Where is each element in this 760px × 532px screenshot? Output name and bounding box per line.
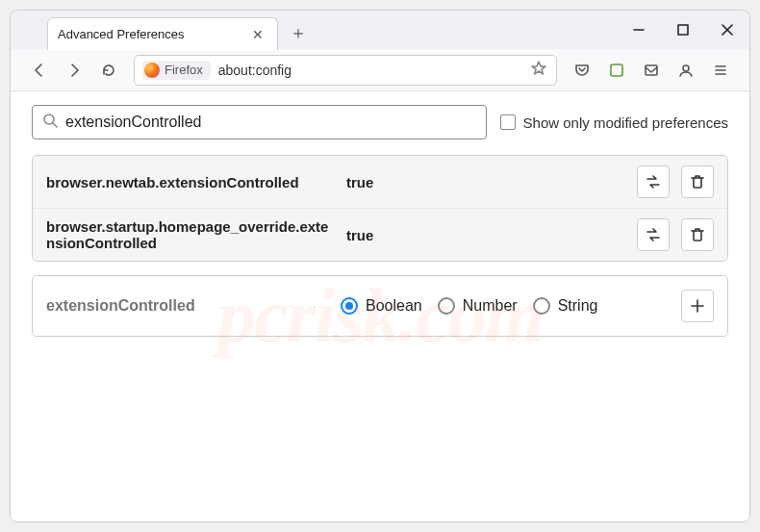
radio-boolean[interactable]: Boolean (341, 297, 422, 315)
account-icon[interactable] (671, 55, 701, 86)
extension-icon[interactable] (601, 55, 632, 86)
forward-button[interactable] (59, 55, 89, 86)
radio-label: Boolean (366, 297, 422, 315)
radio-icon (341, 297, 358, 315)
radio-icon (533, 297, 550, 315)
radio-label: String (558, 297, 598, 315)
delete-button[interactable] (681, 165, 714, 198)
pref-name: browser.startup.homepage_override.extens… (46, 218, 335, 251)
pref-name: browser.newtab.extensionControlled (46, 174, 335, 190)
search-row: Show only modified preferences (32, 105, 728, 139)
pref-value: true (346, 174, 625, 190)
window-controls (617, 11, 749, 49)
add-pref-button[interactable] (681, 290, 714, 322)
svg-rect-1 (678, 25, 688, 35)
show-modified-label: Show only modified preferences (523, 114, 728, 131)
address-bar[interactable]: Firefox about:config (134, 55, 557, 86)
bookmark-star-icon[interactable] (529, 59, 548, 82)
svg-line-12 (53, 123, 57, 127)
back-button[interactable] (24, 55, 55, 86)
pocket-icon[interactable] (567, 55, 597, 86)
svg-point-7 (683, 65, 689, 71)
results-table: browser.newtab.extensionControlled true … (32, 155, 728, 262)
new-pref-row: extensionControlled Boolean Number Strin… (32, 275, 728, 337)
tab-title: Advanced Preferences (58, 27, 248, 41)
result-row: browser.startup.homepage_override.extens… (33, 209, 727, 261)
window-minimize-button[interactable] (617, 11, 661, 49)
inbox-icon[interactable] (636, 55, 667, 86)
firefox-badge: Firefox (142, 61, 211, 80)
search-icon (42, 113, 58, 132)
reload-button[interactable] (93, 55, 124, 86)
window-close-button[interactable] (705, 11, 749, 49)
checkbox-icon (500, 114, 516, 130)
toggle-button[interactable] (637, 165, 670, 198)
delete-button[interactable] (681, 218, 714, 251)
result-row: browser.newtab.extensionControlled true (33, 156, 727, 209)
svg-rect-6 (646, 65, 657, 75)
firefox-icon (144, 63, 160, 78)
search-input[interactable] (65, 114, 476, 131)
firefox-badge-label: Firefox (165, 63, 203, 77)
radio-label: Number (463, 297, 518, 315)
content-area: Show only modified preferences browser.n… (11, 91, 749, 521)
pref-value: true (346, 227, 625, 243)
tab-active[interactable]: Advanced Preferences ✕ (47, 17, 278, 50)
url-text: about:config (218, 63, 521, 78)
tab-strip: Advanced Preferences ✕ ＋ (11, 11, 749, 49)
svg-marker-4 (532, 62, 545, 74)
search-box (32, 105, 487, 139)
radio-string[interactable]: String (533, 297, 598, 315)
radio-number[interactable]: Number (438, 297, 518, 315)
svg-rect-5 (611, 64, 622, 76)
menu-button[interactable] (705, 55, 736, 86)
nav-toolbar: Firefox about:config (11, 49, 749, 91)
radio-icon (438, 297, 455, 315)
window-maximize-button[interactable] (661, 11, 705, 49)
new-tab-button[interactable]: ＋ (282, 16, 315, 49)
new-pref-label: extensionControlled (46, 297, 325, 315)
toggle-button[interactable] (637, 218, 670, 251)
close-tab-icon[interactable]: ✕ (248, 25, 267, 44)
browser-window: Advanced Preferences ✕ ＋ Firefox about:c… (10, 10, 750, 522)
show-modified-toggle[interactable]: Show only modified preferences (500, 114, 728, 131)
